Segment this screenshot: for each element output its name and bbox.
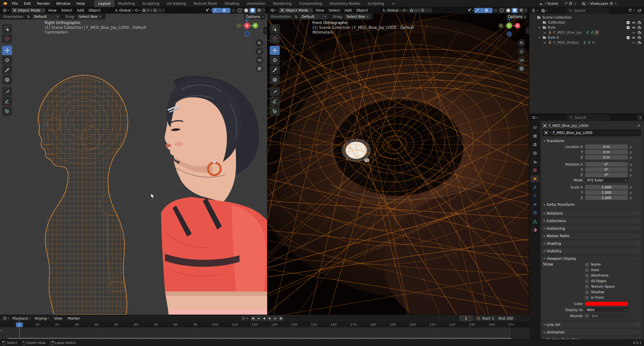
mode-dropdown[interactable]: XYZ Euler▾ — [585, 178, 628, 182]
tool-scale-button[interactable] — [2, 65, 12, 75]
viewport-menu-view[interactable]: View — [313, 8, 326, 12]
tool-transform-button[interactable] — [2, 75, 12, 84]
add-workspace-button[interactable]: + — [388, 0, 398, 7]
panel-motion-paths[interactable]: ▸Motion Paths∷∷ — [542, 233, 641, 239]
shading-rendered-button[interactable] — [256, 8, 262, 13]
disclosure-closed-icon[interactable]: ▸ — [544, 41, 548, 44]
tool-measure-button[interactable] — [270, 97, 280, 106]
transform-orientation-dropdown[interactable]: Global▾ — [381, 8, 401, 13]
tool-annotate-button[interactable] — [270, 87, 280, 96]
tab-uv-editing[interactable]: UV Editing — [163, 0, 190, 7]
proportional-edit-group[interactable]: ▾ — [152, 8, 165, 13]
properties-tab-constraints[interactable] — [530, 209, 540, 217]
shading-material-button[interactable] — [250, 8, 256, 13]
viewport-menu-select[interactable]: Select — [59, 8, 75, 12]
toggle-ortho-button[interactable] — [256, 65, 263, 72]
bounds-dropdown[interactable]: Box▾ — [590, 314, 628, 318]
new-viewlayer-icon[interactable] — [610, 2, 613, 5]
shading-wire-button[interactable] — [499, 8, 505, 13]
tool-cursor-button[interactable] — [2, 34, 12, 43]
editor-type-button[interactable]: ▾ — [270, 8, 277, 13]
toggle-ortho-button[interactable] — [518, 65, 525, 72]
checkbox-in-front[interactable] — [585, 296, 589, 300]
render-visibility-toggle[interactable] — [637, 30, 641, 35]
properties-tab-view-layer[interactable] — [530, 150, 540, 157]
pose-badge[interactable] — [587, 40, 591, 45]
value-field[interactable]: 1.000 — [585, 185, 628, 189]
next-keyframe-button[interactable] — [273, 316, 278, 321]
viewport-menu-object[interactable]: Object — [354, 8, 370, 12]
value-field[interactable]: 0 m — [585, 155, 628, 160]
snap-toggle-button[interactable]: ▾ — [474, 8, 484, 13]
zoom-button[interactable] — [256, 39, 263, 47]
panel-visibility[interactable]: ▸Visibility∷∷ — [542, 248, 641, 254]
render-visibility-toggle[interactable] — [637, 25, 641, 30]
properties-tab-data[interactable] — [530, 218, 540, 225]
viewport-canvas-right[interactable]: Front Orthographic (1) Scene Collection … — [268, 7, 529, 315]
display-as-dropdown[interactable]: Wire▾ — [585, 308, 628, 312]
pin-icon[interactable] — [564, 2, 568, 5]
value-field[interactable]: 0 m — [585, 144, 628, 149]
outliner-row[interactable]: Collection — [529, 20, 644, 25]
checkbox-all-edges[interactable] — [585, 279, 589, 283]
jump-start-button[interactable] — [251, 316, 256, 321]
orientation-dropdown[interactable]: Default▾ — [300, 14, 328, 19]
timeline-menu-keying[interactable]: Keying▾ — [33, 316, 51, 321]
selectability-checkbox[interactable] — [626, 35, 630, 39]
panel-header-delta-transform[interactable]: ▸Delta Transform — [542, 202, 641, 207]
snapping-group[interactable]: ⊦⊦⊦▾ — [141, 8, 152, 13]
panel-divider[interactable] — [529, 7, 529, 339]
viewport-menu-add[interactable]: Add — [75, 8, 86, 12]
mesh-data-badge[interactable] — [591, 40, 595, 45]
tab-geometry-nodes[interactable]: Geometry Nodes — [326, 0, 364, 7]
disclosure-open-icon[interactable]: ▾ — [539, 26, 542, 29]
hide-eye-toggle[interactable] — [632, 20, 636, 25]
panel-animation[interactable]: ▸Animation∷∷ — [542, 329, 641, 335]
show-gizmo-dropdown[interactable]: ▾ — [205, 8, 212, 13]
overlays-toggle-button[interactable]: ▾ — [484, 8, 493, 13]
menu-window[interactable]: Window — [53, 2, 73, 6]
tab-scripting[interactable]: Scripting — [364, 0, 388, 7]
properties-tab-output[interactable] — [530, 141, 540, 148]
current-frame-field[interactable]: 1 — [459, 316, 473, 321]
menu-edit[interactable]: Edit — [21, 2, 34, 6]
tool-move-button[interactable] — [270, 46, 280, 55]
hide-eye-toggle-closed[interactable] — [632, 40, 636, 45]
selectability-checkbox[interactable] — [626, 25, 630, 29]
properties-tab-particles[interactable] — [530, 192, 540, 200]
tool-select-box-button[interactable] — [2, 24, 12, 33]
tab-sculpting[interactable]: Sculpting — [138, 0, 163, 7]
auto-keying-button[interactable]: ▾ — [241, 316, 249, 321]
tool-measure-button[interactable] — [2, 97, 12, 106]
tab-layout[interactable]: Layout — [94, 0, 114, 7]
timeline-menu-marker[interactable]: Marker — [65, 316, 82, 320]
properties-tab-tool[interactable] — [530, 124, 540, 131]
timeline-ruler[interactable]: 1020304050607080901001101201301401501601… — [0, 322, 529, 327]
zoom-button[interactable] — [518, 39, 525, 47]
camera-view-button[interactable] — [518, 56, 525, 64]
mode-dropdown[interactable]: Object Mode▾ — [11, 8, 46, 13]
hide-eye-toggle[interactable] — [632, 35, 636, 40]
prev-keyframe-button[interactable] — [256, 316, 262, 321]
transform-orientation-dropdown[interactable]: Global▾ — [113, 8, 134, 13]
menu-render[interactable]: Render — [34, 2, 53, 6]
display-mode-button[interactable]: ▾ — [540, 8, 548, 13]
xray-toggle-button[interactable] — [230, 8, 236, 13]
checkbox-bounds[interactable] — [585, 314, 589, 318]
value-field[interactable]: 0° — [585, 162, 628, 167]
value-field[interactable]: 1.000 — [585, 195, 628, 200]
tool-add-cube-button[interactable] — [2, 107, 12, 116]
tool-move-button[interactable] — [2, 46, 12, 55]
pivot-point-dropdown[interactable]: ▾ — [401, 8, 409, 13]
selectability-checkbox[interactable] — [626, 20, 630, 24]
timeline-menu-view[interactable]: View — [52, 316, 64, 320]
overlays-toggle-button[interactable]: ▾ — [221, 8, 231, 13]
hide-eye-toggle[interactable] — [632, 25, 636, 30]
viewport-canvas-left[interactable]: Right Orthographic (1) Scene Collection … — [0, 7, 267, 315]
tool-add-cube-button[interactable] — [270, 107, 280, 116]
editor-type-button[interactable]: ▾ — [531, 8, 539, 13]
render-visibility-toggle[interactable] — [637, 40, 641, 45]
show-gizmo-dropdown[interactable]: ▾ — [467, 8, 474, 13]
shading-rendered-button[interactable] — [518, 8, 524, 13]
viewport-3d-left[interactable]: Right Orthographic (1) Scene Collection … — [0, 7, 267, 315]
